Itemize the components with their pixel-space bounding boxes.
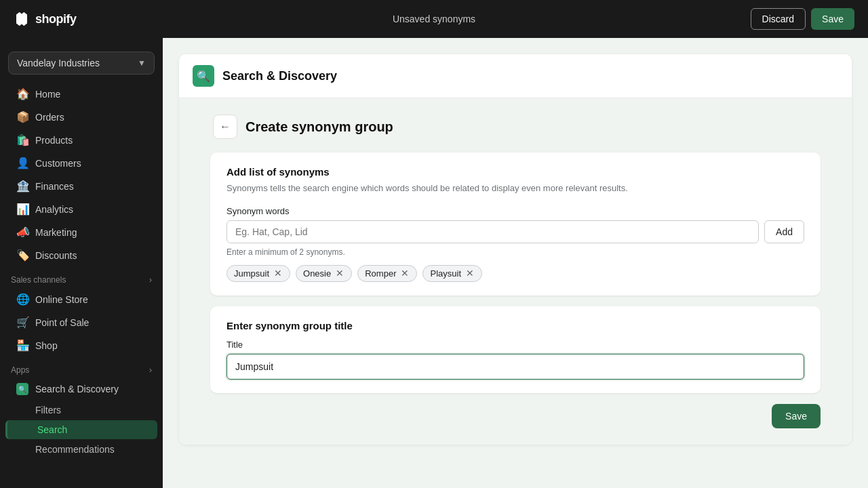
marketing-icon: 📣 — [16, 226, 28, 239]
topbar-actions: Discard Save — [751, 8, 854, 30]
sidebar-item-pos[interactable]: 🛒 Point of Sale — [5, 311, 157, 333]
logo: shopify — [14, 11, 77, 27]
tag-label: Jumpsuit — [234, 268, 269, 279]
sidebar-item-label: Orders — [35, 112, 64, 123]
title-card-title: Enter synonym group title — [226, 320, 804, 331]
title-input[interactable] — [226, 354, 804, 380]
synonyms-card: Add list of synonyms Synonyms tells the … — [210, 152, 821, 296]
page-body: ← Create synonym group Add list of synon… — [179, 98, 852, 445]
synonyms-card-desc: Synonyms tells the search engine which w… — [226, 182, 804, 195]
sidebar-item-label: Shop — [35, 340, 58, 351]
tag-label: Onesie — [303, 268, 331, 279]
sidebar-item-label: Search & Discovery — [35, 384, 119, 394]
synonym-input[interactable] — [226, 220, 759, 243]
pos-icon: 🛒 — [16, 316, 28, 329]
apps-section: Apps › — [0, 357, 163, 378]
sidebar-item-finances[interactable]: 🏦 Finances — [5, 175, 157, 197]
sales-channels-section: Sales channels › — [0, 267, 163, 287]
save-bottom-row: Save — [210, 404, 821, 428]
sidebar-item-label: Analytics — [35, 204, 73, 215]
save-bottom-button[interactable]: Save — [772, 404, 821, 428]
remove-onesie-button[interactable]: ✕ — [335, 268, 344, 278]
chevron-down-icon: ▼ — [138, 58, 146, 68]
store-selector[interactable]: Vandelay Industries ▼ — [8, 52, 155, 75]
sidebar-subitem-label: Recommendations — [35, 444, 115, 455]
sidebar-item-shop[interactable]: 🏪 Shop — [5, 334, 157, 357]
sidebar: Vandelay Industries ▼ 🏠 Home 📦 Orders 🛍️… — [0, 38, 163, 488]
discounts-icon: 🏷️ — [16, 249, 28, 262]
topbar-title: Unsaved synonyms — [393, 14, 475, 24]
sidebar-subitem-label: Filters — [35, 405, 61, 415]
apps-expand-icon[interactable]: › — [149, 365, 152, 375]
sidebar-item-orders[interactable]: 📦 Orders — [5, 106, 157, 128]
tag-onesie: Onesie ✕ — [296, 265, 352, 282]
expand-icon[interactable]: › — [149, 275, 152, 285]
finances-icon: 🏦 — [16, 180, 28, 192]
shop-icon: 🏪 — [16, 339, 28, 352]
remove-playsuit-button[interactable]: ✕ — [465, 268, 475, 278]
synonym-words-label: Synonym words — [226, 206, 804, 216]
home-icon: 🏠 — [16, 87, 28, 100]
apps-label: Apps — [11, 365, 29, 375]
page-title: Create synonym group — [245, 119, 393, 135]
back-button[interactable]: ← — [213, 115, 237, 139]
products-icon: 🛍️ — [16, 134, 28, 146]
orders-icon: 📦 — [16, 110, 28, 123]
sidebar-item-customers[interactable]: 👤 Customers — [5, 152, 157, 174]
sidebar-item-discounts[interactable]: 🏷️ Discounts — [5, 244, 157, 266]
sales-channels-label: Sales channels — [11, 275, 66, 285]
online-store-icon: 🌐 — [16, 293, 28, 306]
sidebar-item-label: Products — [35, 135, 73, 146]
sidebar-item-marketing[interactable]: 📣 Marketing — [5, 221, 157, 243]
sidebar-item-label: Point of Sale — [35, 317, 89, 328]
page-title-row: ← Create synonym group — [210, 115, 821, 139]
remove-romper-button[interactable]: ✕ — [400, 268, 410, 278]
sidebar-item-label: Marketing — [35, 227, 77, 238]
card-wrapper: ← Create synonym group Add list of synon… — [210, 115, 821, 428]
tag-label: Playsuit — [430, 268, 461, 279]
sidebar-item-label: Finances — [35, 181, 74, 192]
analytics-icon: 📊 — [16, 203, 28, 216]
add-synonym-button[interactable]: Add — [764, 220, 804, 243]
sidebar-subitem-filters[interactable]: Filters — [5, 401, 157, 420]
synonyms-card-title: Add list of synonyms — [226, 166, 804, 178]
tag-label: Romper — [365, 268, 396, 279]
sidebar-subitem-label: Search — [37, 424, 67, 435]
sidebar-subitem-search[interactable]: Search — [5, 420, 157, 439]
sidebar-item-products[interactable]: 🛍️ Products — [5, 129, 157, 151]
sidebar-item-label: Discounts — [35, 250, 77, 261]
sidebar-item-online-store[interactable]: 🌐 Online Store — [5, 288, 157, 310]
sidebar-item-home[interactable]: 🏠 Home — [5, 83, 157, 105]
search-discovery-icon: 🔍 — [16, 383, 28, 395]
customers-icon: 👤 — [16, 157, 28, 169]
sidebar-item-search-discovery[interactable]: 🔍 Search & Discovery — [5, 378, 157, 400]
discard-button[interactable]: Discard — [751, 8, 806, 30]
save-top-button[interactable]: Save — [811, 8, 854, 30]
tag-jumpsuit: Jumpsuit ✕ — [226, 265, 290, 282]
sidebar-item-analytics[interactable]: 📊 Analytics — [5, 198, 157, 220]
store-name: Vandelay Industries — [17, 58, 100, 68]
remove-jumpsuit-button[interactable]: ✕ — [273, 268, 283, 278]
tags-row: Jumpsuit ✕ Onesie ✕ Romper ✕ — [226, 265, 804, 282]
tag-romper: Romper ✕ — [357, 265, 417, 282]
page-header-icon: 🔍 — [193, 65, 214, 87]
tag-playsuit: Playsuit ✕ — [422, 265, 482, 282]
page-header-title: Search & Discovery — [222, 69, 337, 83]
logo-text: shopify — [35, 12, 77, 26]
main-content: 🔍 Search & Discovery ← Create synonym gr… — [163, 38, 868, 488]
sidebar-subitem-recommendations[interactable]: Recommendations — [5, 440, 157, 459]
sidebar-item-label: Customers — [35, 158, 81, 169]
topbar: shopify Unsaved synonyms Discard Save — [0, 0, 868, 38]
synonym-hint: Enter a minimum of 2 synonyms. — [226, 247, 804, 257]
sidebar-item-label: Online Store — [35, 294, 88, 305]
layout: Vandelay Industries ▼ 🏠 Home 📦 Orders 🛍️… — [0, 38, 868, 488]
page-header: 🔍 Search & Discovery — [179, 54, 852, 98]
sidebar-item-label: Home — [35, 89, 60, 100]
title-card: Enter synonym group title Title — [210, 306, 821, 393]
title-field-label: Title — [226, 340, 804, 350]
page-panel: 🔍 Search & Discovery ← Create synonym gr… — [179, 54, 852, 445]
synonym-input-row: Add — [226, 220, 804, 243]
